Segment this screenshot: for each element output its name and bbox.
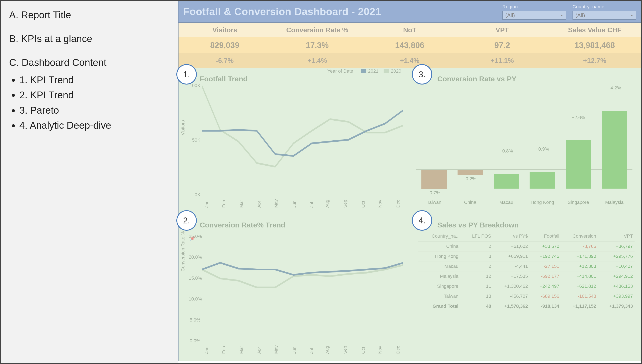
kpi-val-0: 829,039 <box>179 38 271 53</box>
kpi-delta-3: +11.1% <box>456 53 548 68</box>
pareto-bar[interactable]: +2.6%Singapore <box>560 86 596 198</box>
month-label: Apr <box>257 347 262 354</box>
pareto-bar[interactable]: -0.2%China <box>452 86 488 198</box>
table-row[interactable]: Macau2-4,441-27,151+12,303+10,407 <box>418 262 634 272</box>
filter-region-value: (All) <box>505 12 515 18</box>
kpi-head-0: Visitors <box>179 23 271 38</box>
callout-3: 3. <box>412 64 432 84</box>
panel-2-ylabel: Conversion Rate % <box>180 231 186 272</box>
kpi-delta-2: +1.4% <box>363 53 456 68</box>
filter-country-label: Country_name <box>572 4 636 10</box>
table-row[interactable]: Hong Kong8+659,911+192,745+171,390+295,7… <box>418 252 634 262</box>
month-label: Nov <box>377 346 382 354</box>
kpi-head-1: Conversion Rate % <box>271 23 363 38</box>
table-row[interactable]: Malaysia12+17,535-692,177+414,801+294,91… <box>418 272 634 282</box>
month-label: May <box>274 345 279 354</box>
panel-1-yticks: 100K 50K 0K <box>189 83 200 198</box>
panel-conversion-trend[interactable]: Conversion Rate% Trend 📌 Conversion Rate… <box>179 214 410 360</box>
panel-1-ylabel: Visitors <box>180 120 186 136</box>
ytick: 20.0% <box>189 254 200 260</box>
pareto-bar[interactable]: +0.9%Hong Kong <box>524 86 560 198</box>
month-label: Mar <box>239 200 244 208</box>
table-row[interactable]: Taiwan13-456,707-689,156-161,548+393,997 <box>418 291 634 301</box>
table-row[interactable]: Singapore11+1,300,462+242,497+621,812+43… <box>418 282 634 291</box>
legend-label-2020: 2020 <box>391 68 401 74</box>
panel-1-legend: Year of Date 2021 2020 <box>327 68 401 74</box>
header-filters: Region (All) Country_name (All) <box>502 1 636 22</box>
month-label: Jan <box>204 346 209 354</box>
kpi-head-3: VPT <box>456 23 548 38</box>
month-label: Aug <box>325 200 330 208</box>
panel-footfall-trend[interactable]: Footfall Trend Year of Date 2021 2020 Vi… <box>179 68 410 214</box>
month-label: Jul <box>309 202 314 208</box>
filter-country: Country_name (All) <box>572 4 636 20</box>
panel-1-months: JanFebMarAprMayJunJulAugSepOctNovDec <box>204 208 403 213</box>
annotation-item-3: 3. Pareto <box>19 103 170 118</box>
kpi-val-1: 17.3% <box>271 38 363 53</box>
kpi-delta-1: +1.4% <box>271 53 363 68</box>
month-label: Feb <box>221 346 226 354</box>
month-label: Mar <box>239 346 244 354</box>
table-total-row: Grand Total48+1,578,362-918,134+1,117,15… <box>418 301 634 311</box>
ytick: 10.0% <box>189 296 200 302</box>
annotation-item-1: 1. KPI Trend <box>19 72 170 88</box>
annotation-b: B. KPIs at a glance <box>9 33 170 44</box>
legend-label-2021: 2021 <box>368 68 378 74</box>
table-header[interactable]: Conversion <box>561 231 598 241</box>
month-label: Aug <box>325 346 330 354</box>
filter-country-dropdown[interactable]: (All) <box>572 11 636 20</box>
filter-region-dropdown[interactable]: (All) <box>502 11 566 20</box>
ytick: 25.0% <box>189 234 200 239</box>
month-label: Feb <box>221 200 226 208</box>
panel-2-yticks: 25.0% 20.0% 15.0% 10.0% 5.0% 0.0% <box>189 234 200 344</box>
dashboard-content: Footfall Trend Year of Date 2021 2020 Vi… <box>178 68 641 361</box>
annotation-c: C. Dashboard Content <box>9 57 170 68</box>
kpi-val-2: 143,806 <box>363 38 456 53</box>
month-label: Oct <box>361 201 366 208</box>
kpi-val-4: 13,981,468 <box>548 38 641 53</box>
month-label: Jun <box>292 346 297 354</box>
table-header[interactable]: vs PY$ <box>493 231 529 241</box>
legend-swatch-2021 <box>361 69 366 73</box>
table-header[interactable]: Footfall <box>529 231 561 241</box>
filter-region-label: Region <box>502 4 566 10</box>
panel-1-plot <box>202 83 403 196</box>
pareto-bar[interactable]: -0.7%Taiwan <box>416 86 452 198</box>
kpi-strip: Visitors Conversion Rate % NoT VPT Sales… <box>178 22 641 68</box>
dashboard-title: Footfall & Conversion Dashboard - 2021 <box>183 6 502 18</box>
pareto-bar[interactable]: +4.2%Malaysia <box>596 86 632 198</box>
month-label: Jun <box>292 200 297 208</box>
table-row[interactable]: China2+61,602+33,570-8,765+36,797 <box>418 241 634 252</box>
month-label: Sep <box>343 200 348 208</box>
annotation-panel: A. Report Title B. KPIs at a glance C. D… <box>1 1 178 363</box>
ytick: 5.0% <box>189 317 200 323</box>
pareto-bar[interactable]: +0.8%Macau <box>488 86 524 198</box>
table-header[interactable]: Country_na.. <box>418 231 462 241</box>
panel-2-title: Conversion Rate% Trend <box>200 221 403 229</box>
dashboard-wrapper: Footfall & Conversion Dashboard - 2021 R… <box>178 1 641 363</box>
dashboard-header: Footfall & Conversion Dashboard - 2021 R… <box>178 1 641 22</box>
legend-swatch-2020 <box>384 69 389 73</box>
annotation-list: 1. KPI Trend 2. KPI Trend 3. Pareto 4. A… <box>19 72 170 133</box>
root-canvas: A. Report Title B. KPIs at a glance C. D… <box>0 0 642 364</box>
panel-breakdown[interactable]: Sales vs PY Breakdown Country_na..LFL PO… <box>410 214 641 360</box>
ytick: 50K <box>189 138 200 143</box>
breakdown-table[interactable]: Country_na..LFL POSvs PY$FootfallConvers… <box>418 231 634 311</box>
kpi-delta-4: +12.7% <box>548 53 641 68</box>
month-label: Dec <box>395 346 401 354</box>
panel-3-title: Conversion Rate vs PY <box>418 75 634 83</box>
kpi-val-3: 97.2 <box>456 38 548 53</box>
annotation-a: A. Report Title <box>9 9 170 20</box>
month-label: Oct <box>361 347 366 354</box>
panel-conversion-vs-py[interactable]: Conversion Rate vs PY -0.7%Taiwan-0.2%Ch… <box>410 68 641 214</box>
panel-3-bars: -0.7%Taiwan-0.2%China+0.8%Macau+0.9%Hong… <box>416 86 632 198</box>
table-header[interactable]: VPT <box>598 231 634 241</box>
month-label: Jul <box>309 348 314 354</box>
legend-title: Year of Date <box>327 68 353 74</box>
table-header[interactable]: LFL POS <box>462 231 493 241</box>
panel-2-plot <box>202 234 403 346</box>
kpi-head-2: NoT <box>363 23 456 38</box>
ytick: 0K <box>189 192 200 198</box>
ytick: 0.0% <box>189 338 200 344</box>
kpi-head-4: Sales Value CHF <box>548 23 641 38</box>
